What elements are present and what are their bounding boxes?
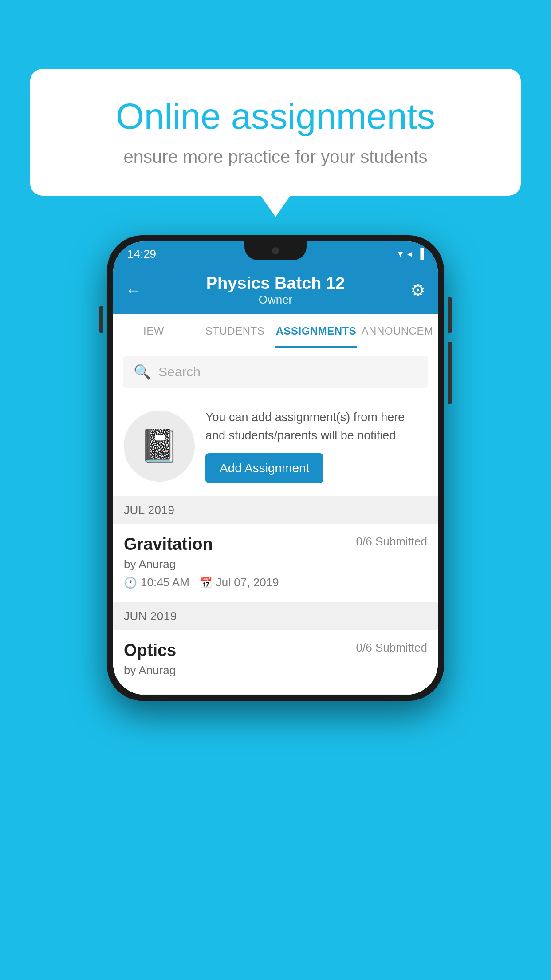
app-bar: ← Physics Batch 12 Owner ⚙ xyxy=(113,266,438,314)
assignment-by-optics: by Anurag xyxy=(124,664,427,677)
assignment-date-gravitation: 📅 Jul 07, 2019 xyxy=(199,576,279,589)
speech-bubble-container: Online assignments ensure more practice … xyxy=(30,69,521,196)
app-bar-title-block: Physics Batch 12 Owner xyxy=(150,274,401,307)
promo-section: 📓 You can add assignment(s) from here an… xyxy=(113,396,438,496)
app-bar-title: Physics Batch 12 xyxy=(150,274,401,293)
volume-button xyxy=(99,306,103,333)
bubble-title: Online assignments xyxy=(61,95,490,137)
back-button[interactable]: ← xyxy=(126,281,150,300)
assignment-by-gravitation: by Anurag xyxy=(124,557,427,571)
assignment-item-gravitation[interactable]: Gravitation 0/6 Submitted by Anurag 🕐 10… xyxy=(113,524,438,602)
section-header-jul: JUL 2019 xyxy=(113,496,438,524)
tab-students[interactable]: STUDENTS xyxy=(194,314,276,348)
power-button xyxy=(448,297,452,333)
promo-icon-circle: 📓 xyxy=(124,411,195,482)
search-placeholder: Search xyxy=(158,364,201,379)
assignment-name-optics: Optics xyxy=(124,641,176,660)
search-icon: 🔍 xyxy=(134,364,151,380)
bubble-subtitle: ensure more practice for your students xyxy=(61,147,490,167)
search-container: 🔍 Search xyxy=(113,348,438,396)
phone-screen: 14:29 ▾ ◂ ▐ ← Physics Batch 12 Owner ⚙ xyxy=(113,241,438,695)
assignment-time-gravitation: 🕐 10:45 AM xyxy=(124,576,189,589)
phone-outer: 14:29 ▾ ◂ ▐ ← Physics Batch 12 Owner ⚙ xyxy=(107,235,444,701)
power-button-2 xyxy=(448,342,452,404)
calendar-icon: 📅 xyxy=(199,577,213,589)
status-bar: 14:29 ▾ ◂ ▐ xyxy=(113,241,438,266)
camera xyxy=(272,247,279,254)
assignment-name-gravitation: Gravitation xyxy=(124,535,213,554)
app-bar-subtitle: Owner xyxy=(150,293,401,307)
speech-bubble: Online assignments ensure more practice … xyxy=(30,69,521,196)
notebook-icon: 📓 xyxy=(139,427,179,465)
settings-icon[interactable]: ⚙ xyxy=(401,281,425,300)
promo-description: You can add assignment(s) from here and … xyxy=(205,408,427,444)
assignment-submitted-optics: 0/6 Submitted xyxy=(356,641,427,655)
section-header-jun: JUN 2019 xyxy=(113,602,438,630)
status-icons: ▾ ◂ ▐ xyxy=(398,248,424,260)
assignment-row1: Gravitation 0/6 Submitted xyxy=(124,535,427,554)
status-time: 14:29 xyxy=(127,247,156,261)
assignment-submitted-gravitation: 0/6 Submitted xyxy=(356,535,427,549)
clock-icon: 🕐 xyxy=(124,577,137,589)
tab-overview[interactable]: IEW xyxy=(113,314,194,348)
add-assignment-button[interactable]: Add Assignment xyxy=(205,453,323,483)
phone-wrapper: 14:29 ▾ ◂ ▐ ← Physics Batch 12 Owner ⚙ xyxy=(107,235,444,701)
wifi-icon: ▾ xyxy=(398,248,403,260)
tabs-bar: IEW STUDENTS ASSIGNMENTS ANNOUNCEM xyxy=(113,314,438,348)
assignment-item-optics[interactable]: Optics 0/6 Submitted by Anurag xyxy=(113,630,438,695)
signal-icon: ◂ xyxy=(407,248,412,260)
battery-icon: ▐ xyxy=(417,248,424,260)
search-bar[interactable]: 🔍 Search xyxy=(123,356,428,388)
promo-text-block: You can add assignment(s) from here and … xyxy=(205,408,427,483)
tab-assignments[interactable]: ASSIGNMENTS xyxy=(276,314,357,348)
assignment-meta-gravitation: 🕐 10:45 AM 📅 Jul 07, 2019 xyxy=(124,576,427,589)
assignment-row1-optics: Optics 0/6 Submitted xyxy=(124,641,427,660)
notch xyxy=(244,241,307,260)
tab-announcements[interactable]: ANNOUNCEM xyxy=(357,314,438,348)
